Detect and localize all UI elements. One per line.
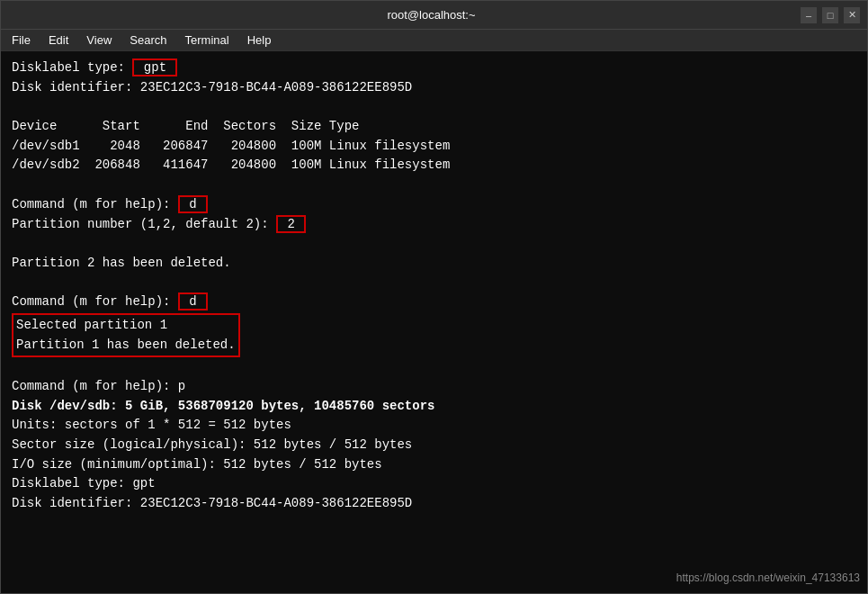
blank-line-1 — [12, 97, 856, 117]
menu-view[interactable]: View — [79, 32, 119, 49]
partition-num-highlight: 2 — [276, 215, 306, 233]
table-header-line: Device Start End Sectors Size Type — [12, 117, 856, 137]
blank-line-4 — [12, 274, 856, 293]
dev-sdb1-line: /dev/sdb1 2048 206847 204800 100M Linux … — [12, 137, 856, 157]
window-title: root@localhost:~ — [62, 8, 801, 22]
selected-partition-line: Selected partition 1 — [16, 316, 236, 336]
menu-help[interactable]: Help — [240, 32, 279, 49]
partition-number-line: Partition number (1,2, default 2): 2 — [12, 215, 856, 235]
command-d-line-2: Command (m for help): d — [12, 292, 856, 312]
terminal-body[interactable]: Disklabel type: gpt Disk identifier: 23E… — [1, 51, 867, 593]
menu-bar: File Edit View Search Terminal Help — [1, 30, 867, 51]
disk-identifier-line: Disk identifier: 23EC12C3-7918-BC44-A089… — [12, 78, 856, 98]
close-button[interactable]: ✕ — [844, 7, 860, 23]
blank-line-3 — [12, 234, 856, 254]
disk-info-line: Disk /dev/sdb: 5 GiB, 5368709120 bytes, … — [12, 397, 856, 417]
partition-1-deleted-line: Partition 1 has been deleted. — [16, 336, 236, 356]
command-p-line: Command (m for help): p — [12, 377, 856, 397]
title-bar: root@localhost:~ – □ ✕ — [1, 1, 867, 30]
maximize-button[interactable]: □ — [822, 7, 838, 23]
menu-edit[interactable]: Edit — [41, 32, 76, 49]
partition-2-deleted-line: Partition 2 has been deleted. — [12, 254, 856, 274]
cmd-d-highlight-2: d — [178, 292, 208, 310]
gpt-highlight: gpt — [132, 58, 177, 76]
selected-partition-block: Selected partition 1 Partition 1 has bee… — [12, 313, 240, 357]
menu-terminal[interactable]: Terminal — [178, 32, 237, 49]
menu-search[interactable]: Search — [122, 32, 174, 49]
io-size-line: I/O size (minimum/optimal): 512 bytes / … — [12, 455, 856, 475]
watermark: https://blog.csdn.net/weixin_47133613 — [676, 570, 860, 586]
units-line: Units: sectors of 1 * 512 = 512 bytes — [12, 416, 856, 436]
blank-line-2 — [12, 176, 856, 195]
disklabel-line: Disklabel type: gpt — [12, 58, 856, 78]
terminal-window: root@localhost:~ – □ ✕ File Edit View Se… — [0, 0, 868, 594]
blank-line-5 — [12, 357, 856, 377]
disk-identifier-2-line: Disk identifier: 23EC12C3-7918-BC44-A089… — [12, 494, 856, 514]
dev-sdb2-line: /dev/sdb2 206848 411647 204800 100M Linu… — [12, 156, 856, 176]
sector-size-line: Sector size (logical/physical): 512 byte… — [12, 436, 856, 455]
command-d-line-1: Command (m for help): d — [12, 195, 856, 215]
cmd-d-highlight-1: d — [178, 195, 208, 213]
disklabel-type-2-line: Disklabel type: gpt — [12, 474, 856, 494]
minimize-button[interactable]: – — [801, 7, 817, 23]
window-controls: – □ ✕ — [801, 7, 860, 23]
menu-file[interactable]: File — [4, 32, 38, 49]
